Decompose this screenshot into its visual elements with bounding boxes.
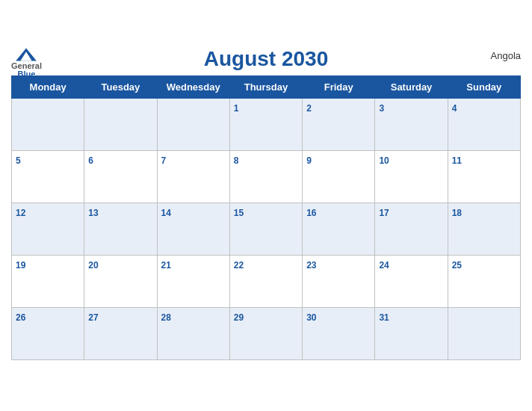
day-number: 3 (379, 103, 384, 114)
weekday-header-saturday: Saturday (375, 76, 448, 99)
day-number: 19 (16, 260, 25, 271)
calendar-cell: 5 (12, 151, 84, 203)
day-number: 31 (379, 312, 389, 323)
calendar-cell: 21 (157, 256, 229, 308)
week-row-3: 12131415161718 (12, 203, 521, 256)
calendar-cell: 9 (303, 151, 375, 203)
calendar-cell (12, 99, 84, 151)
logo-blue-text: Blue (18, 70, 36, 78)
calendar-cell: 29 (229, 308, 302, 360)
calendar-cell: 14 (157, 203, 229, 256)
day-number: 15 (234, 208, 244, 218)
calendar-cell: 3 (375, 99, 448, 151)
calendar-cell: 15 (229, 203, 302, 256)
day-number: 25 (452, 260, 462, 271)
calendar-cell: 24 (375, 256, 448, 308)
calendar-cell: 23 (303, 256, 375, 308)
calendar-cell: 4 (448, 99, 520, 151)
day-number: 14 (161, 208, 171, 218)
week-row-5: 262728293031 (12, 308, 521, 360)
day-number: 26 (16, 312, 25, 323)
day-number: 29 (234, 312, 244, 323)
week-row-2: 567891011 (12, 151, 521, 203)
country-label: Angola (491, 50, 521, 61)
calendar-cell: 17 (375, 203, 448, 256)
calendar-cell (448, 308, 520, 360)
calendar-cell: 12 (12, 203, 84, 256)
calendar-header: General Blue August 2030 Angola (11, 47, 521, 71)
day-number: 4 (452, 103, 457, 114)
weekday-header-sunday: Sunday (448, 76, 520, 99)
day-number: 24 (379, 260, 389, 271)
calendar-cell: 25 (448, 256, 520, 308)
calendar-cell: 27 (84, 308, 157, 360)
calendar-tbody: 1234567891011121314151617181920212223242… (12, 99, 521, 360)
day-number: 17 (379, 208, 389, 218)
weekday-header-friday: Friday (303, 76, 375, 99)
week-row-4: 19202122232425 (12, 256, 521, 308)
calendar-cell: 10 (375, 151, 448, 203)
day-number: 27 (88, 312, 98, 323)
calendar-cell: 2 (303, 99, 375, 151)
calendar-cell: 18 (448, 203, 520, 256)
calendar-cell: 26 (12, 308, 84, 360)
day-number: 10 (379, 155, 389, 166)
calendar-cell: 28 (157, 308, 229, 360)
weekday-header-monday: Monday (12, 76, 84, 99)
calendar-cell: 11 (448, 151, 520, 203)
weekday-header-row: MondayTuesdayWednesdayThursdayFridaySatu… (12, 76, 521, 99)
calendar-table: MondayTuesdayWednesdayThursdayFridaySatu… (11, 75, 521, 360)
calendar-cell (157, 99, 229, 151)
calendar-title: August 2030 (204, 47, 329, 71)
calendar-cell: 1 (229, 99, 302, 151)
day-number: 5 (16, 155, 21, 166)
calendar-thead: MondayTuesdayWednesdayThursdayFridaySatu… (12, 76, 521, 99)
day-number: 23 (306, 260, 316, 271)
week-row-1: 1234 (12, 99, 521, 151)
day-number: 22 (234, 260, 244, 271)
calendar-cell: 6 (84, 151, 157, 203)
day-number: 1 (234, 103, 239, 114)
day-number: 13 (88, 208, 98, 218)
calendar-cell: 13 (84, 203, 157, 256)
calendar-cell: 7 (157, 151, 229, 203)
calendar-cell (84, 99, 157, 151)
day-number: 30 (306, 312, 316, 323)
day-number: 18 (452, 208, 462, 218)
calendar-wrapper: General Blue August 2030 Angola MondayTu… (0, 40, 532, 371)
calendar-cell: 19 (12, 256, 84, 308)
calendar-cell: 20 (84, 256, 157, 308)
day-number: 2 (306, 103, 312, 114)
calendar-cell: 16 (303, 203, 375, 256)
day-number: 12 (16, 208, 25, 218)
day-number: 28 (161, 312, 171, 323)
day-number: 8 (234, 155, 239, 166)
day-number: 7 (161, 155, 167, 166)
calendar-cell: 22 (229, 256, 302, 308)
calendar-cell: 8 (229, 151, 302, 203)
day-number: 20 (88, 260, 98, 271)
weekday-header-wednesday: Wednesday (157, 76, 229, 99)
day-number: 11 (452, 155, 462, 166)
calendar-cell: 30 (303, 308, 375, 360)
logo-icon (14, 47, 38, 62)
weekday-header-thursday: Thursday (229, 76, 302, 99)
weekday-header-tuesday: Tuesday (84, 76, 157, 99)
calendar-cell: 31 (375, 308, 448, 360)
day-number: 21 (161, 260, 171, 271)
day-number: 16 (306, 208, 316, 218)
logo-area: General Blue (11, 47, 42, 78)
day-number: 6 (88, 155, 93, 166)
day-number: 9 (306, 155, 312, 166)
